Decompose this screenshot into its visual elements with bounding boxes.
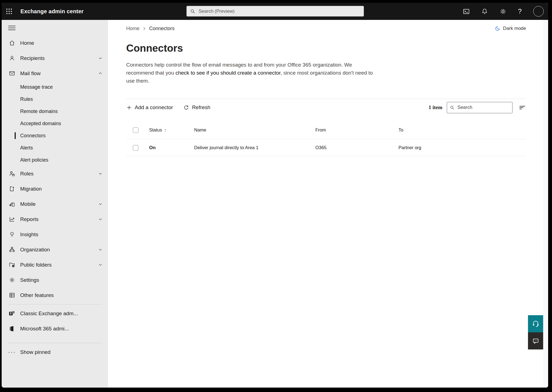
chevron-up-icon: [98, 71, 102, 75]
sidebar-item-label: Other features: [20, 292, 54, 298]
sidebar-divider: [8, 304, 102, 304]
sidebar-item-alerts[interactable]: Alerts: [2, 142, 108, 154]
sidebar-item-alert-policies[interactable]: Alert policies: [2, 154, 108, 166]
settings-gear-icon[interactable]: [500, 8, 506, 15]
connector-name[interactable]: Deliver journal directly to Area 1: [194, 145, 315, 150]
sidebar-item-organization[interactable]: Organization: [2, 242, 108, 257]
lightbulb-icon: [8, 231, 15, 238]
list-search-box[interactable]: [447, 102, 513, 113]
scrollbar-track[interactable]: [544, 20, 548, 388]
sidebar-item-home[interactable]: Home: [2, 35, 108, 51]
window-frame: Exchange admin center: [0, 0, 552, 392]
breadcrumb-chevron-icon: [143, 27, 146, 30]
feedback-button[interactable]: [528, 332, 543, 349]
add-connector-label: Add a connector: [135, 104, 173, 111]
connector-to: Partner org: [398, 145, 526, 150]
column-header-from[interactable]: From: [315, 127, 398, 133]
select-all-checkbox[interactable]: [133, 127, 138, 133]
collapse-menu-icon[interactable]: [2, 20, 108, 35]
account-avatar[interactable]: [533, 6, 544, 17]
help-icon[interactable]: ?: [518, 7, 522, 15]
page-description: Connectors help control the flow of emai…: [126, 61, 379, 85]
sidebar-item-label: Alert policies: [20, 157, 48, 163]
sidebar-item-reports[interactable]: Reports: [2, 212, 108, 227]
sidebar-item-classic-exchange-admin[interactable]: E Classic Exchange adm...: [2, 306, 108, 321]
list-toolbar: Add a connector Refresh 1 item: [126, 99, 526, 116]
headset-icon: [532, 320, 540, 328]
sidebar-item-label: Migration: [20, 186, 42, 192]
app-title: Exchange admin center: [20, 8, 84, 15]
chevron-down-icon: [98, 217, 102, 221]
sidebar-item-other-features[interactable]: Other features: [2, 288, 108, 303]
plus-icon: [126, 105, 132, 111]
sidebar-item-show-pinned[interactable]: ··· Show pinned: [2, 344, 108, 360]
add-connector-button[interactable]: Add a connector: [126, 104, 173, 111]
row-checkbox[interactable]: [133, 145, 138, 151]
mobile-stats-icon: [8, 201, 15, 207]
refresh-button[interactable]: Refresh: [183, 104, 210, 111]
app-launcher-icon[interactable]: [2, 3, 17, 20]
sidebar-item-remote-domains[interactable]: Remote domains: [2, 105, 108, 117]
sidebar-item-label: Home: [20, 40, 34, 46]
sort-ascending-icon: ↑: [164, 128, 167, 132]
chevron-down-icon: [98, 263, 102, 267]
sidebar-item-mobile[interactable]: Mobile: [2, 196, 108, 212]
sidebar-item-microsoft-365-admin[interactable]: Microsoft 365 admi...: [2, 321, 108, 336]
table-header-row: Status ↑ Name From To: [126, 121, 526, 139]
sidebar-item-label: Settings: [20, 277, 39, 283]
table-row[interactable]: On Deliver journal directly to Area 1 O3…: [126, 139, 526, 156]
chevron-down-icon: [98, 56, 102, 60]
chevron-down-icon: [98, 202, 102, 206]
sidebar-item-settings[interactable]: Settings: [2, 272, 108, 288]
microsoft-365-logo-icon: [8, 325, 15, 332]
notifications-bell-icon[interactable]: [481, 8, 488, 15]
global-search-input[interactable]: [199, 9, 360, 14]
breadcrumb-home-link[interactable]: Home: [126, 26, 139, 31]
sidebar-item-recipients[interactable]: Recipients: [2, 51, 108, 66]
sidebar-item-label: Organization: [20, 247, 50, 253]
connector-status: On: [149, 145, 194, 151]
filter-icon[interactable]: [519, 104, 526, 111]
column-header-to[interactable]: To: [398, 127, 526, 133]
sidebar-item-label: Mail flow: [20, 70, 41, 77]
global-search-box[interactable]: [186, 6, 364, 17]
sidebar-item-label: Message trace: [20, 84, 53, 90]
person-icon: [8, 55, 15, 61]
powershell-terminal-icon[interactable]: [463, 8, 470, 15]
sidebar-item-mail-flow[interactable]: Mail flow: [2, 66, 108, 81]
sidebar-item-insights[interactable]: Insights: [2, 227, 108, 242]
document-arrow-icon: [8, 186, 15, 192]
sidebar-item-connectors[interactable]: Connectors: [2, 130, 108, 142]
home-icon: [8, 40, 15, 46]
content-header-row: Home Connectors Dark mode: [126, 20, 526, 33]
sidebar-item-rules[interactable]: Rules: [2, 93, 108, 105]
description-link[interactable]: check to see if you should create a conn…: [175, 70, 280, 76]
main-content: Home Connectors Dark mode Connectors Con…: [108, 20, 544, 388]
connector-from: O365: [315, 145, 398, 150]
sidebar-item-label: Rules: [20, 96, 33, 102]
column-header-name[interactable]: Name: [194, 127, 315, 133]
list-search-input[interactable]: [458, 105, 509, 110]
sidebar-item-label: Alerts: [20, 145, 33, 151]
topbar: Exchange admin center: [2, 3, 548, 20]
search-icon: [450, 105, 455, 110]
sidebar-item-label: Mobile: [20, 201, 36, 207]
table-grid-icon: [8, 292, 15, 298]
support-button[interactable]: [528, 315, 543, 332]
body-row: Home Recipients: [2, 20, 548, 388]
sidebar-item-roles[interactable]: Roles: [2, 166, 108, 181]
line-chart-icon: [8, 216, 15, 222]
svg-text:E: E: [10, 312, 12, 315]
sidebar-item-accepted-domains[interactable]: Accepted domains: [2, 117, 108, 130]
sidebar-item-public-folders[interactable]: Public folders: [2, 257, 108, 272]
sidebar-item-migration[interactable]: Migration: [2, 181, 108, 196]
dark-mode-label: Dark mode: [503, 26, 526, 31]
toolbar-actions: Add a connector Refresh: [126, 104, 210, 111]
page-title: Connectors: [126, 43, 526, 54]
sidebar-item-label: Remote domains: [20, 109, 58, 114]
dark-mode-toggle[interactable]: Dark mode: [495, 26, 526, 31]
sidebar-item-message-trace[interactable]: Message trace: [2, 81, 108, 93]
sidebar-item-label: Accepted domains: [20, 121, 61, 127]
column-header-status[interactable]: Status ↑: [149, 127, 194, 133]
item-count: 1 item: [429, 104, 442, 111]
